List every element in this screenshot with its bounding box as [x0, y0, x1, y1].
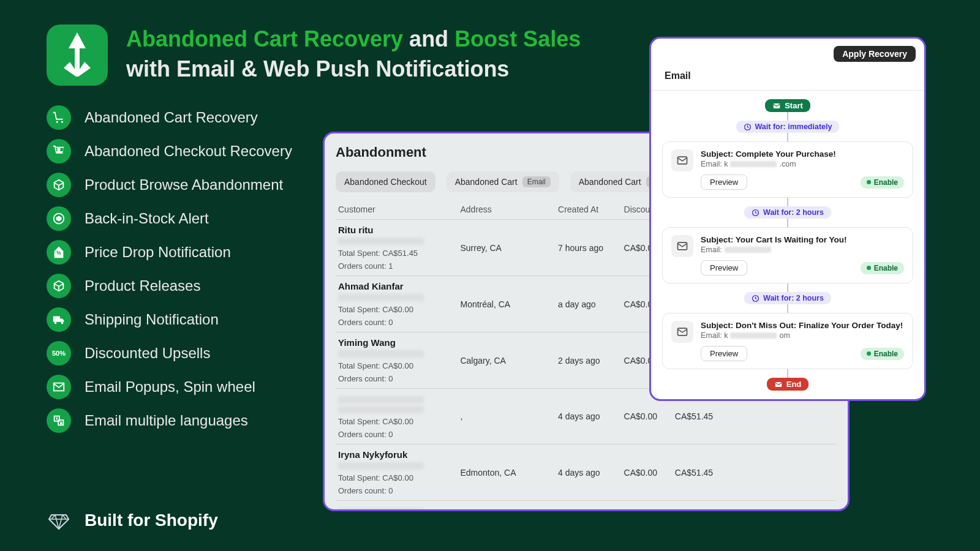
end-pill: End	[767, 378, 809, 391]
feature-label: Discounted Upsells	[85, 345, 210, 362]
discount-badge-icon: 50%	[47, 341, 71, 365]
cart-icon	[47, 105, 71, 130]
col-address: Address	[460, 204, 558, 214]
customer-name: Ahmad Kianfar	[338, 281, 460, 291]
connector	[787, 304, 788, 313]
feature-item: Price Drop Notification	[47, 240, 292, 264]
price-drop-icon	[47, 240, 71, 264]
redacted	[725, 247, 771, 253]
redacted	[338, 406, 424, 413]
cell-address: ,	[460, 411, 558, 421]
wait-pill: Wait for: 2 hours	[744, 292, 831, 304]
headline-part2: Boost Sales	[454, 26, 581, 51]
customer-orders: Orders count: 0	[338, 374, 460, 383]
feature-item: Product Browse Abandonment	[47, 173, 292, 197]
customer-spent: Total Spent: CA$0.00	[338, 473, 460, 482]
redacted	[338, 508, 424, 511]
redacted	[338, 350, 424, 358]
customer-orders: Orders count: 0	[338, 430, 460, 439]
preview-button[interactable]: Preview	[701, 346, 747, 361]
connector	[787, 198, 788, 206]
feature-label: Shipping Notification	[85, 311, 219, 328]
connector	[787, 283, 788, 292]
email-step-card: Subject: Your Cart Is Waiting for You! E…	[662, 227, 913, 283]
email-to: Email: k.com	[701, 160, 904, 168]
cell-created: 7 hours ago	[558, 243, 624, 253]
checkout-icon	[47, 139, 71, 163]
flow-heading: Email	[651, 62, 924, 91]
apply-recovery-button[interactable]: Apply Recovery	[834, 46, 916, 62]
mail-icon	[671, 235, 693, 257]
cell-total: CA$51.45	[675, 468, 731, 478]
feature-item: Product Releases	[47, 274, 292, 298]
email-step-card: Subject: Don't Miss Out: Finalize Your O…	[662, 313, 913, 369]
email-subject: Subject: Your Cart Is Waiting for You!	[701, 235, 904, 244]
feature-label: Abandoned Cart Recovery	[85, 109, 258, 126]
rocket-icon	[58, 32, 97, 78]
customer-orders: Orders count: 0	[338, 486, 460, 495]
cell-created: 4 days ago	[558, 411, 624, 421]
enable-badge: Enable	[861, 176, 904, 189]
feature-label: Back-in-Stock Alert	[85, 210, 209, 227]
cell-discount: CA$0.00	[624, 411, 675, 421]
email-step-card: Subject: Complete Your Purchase! Email: …	[662, 141, 913, 198]
tab-label: Abandoned Cart	[455, 177, 518, 187]
redacted	[730, 161, 777, 167]
app-logo	[47, 24, 108, 86]
cell-discount: CA$0.00	[624, 468, 675, 478]
enable-badge: Enable	[861, 348, 904, 360]
customer-spent: Total Spent: CA$0.00	[338, 361, 460, 370]
feature-item: Abandoned Cart Recovery	[47, 105, 292, 130]
email-to: Email: kom	[701, 331, 904, 340]
connector	[787, 133, 788, 141]
cell-address: Surrey, CA	[460, 243, 558, 253]
email-to: Email:	[701, 246, 904, 254]
redacted	[338, 294, 424, 301]
cell-address: Calgary, CA	[460, 356, 558, 365]
truck-icon	[47, 307, 71, 332]
wait-pill: Wait for: immediately	[736, 121, 840, 133]
tab-abandoned-checkout[interactable]: Abandoned Checkout	[336, 171, 435, 192]
built-for-shopify: Built for Shopify	[47, 508, 218, 533]
redacted	[338, 462, 424, 470]
connector	[787, 369, 788, 378]
cell-created: a day ago	[558, 299, 624, 309]
table-row: Total Spent: CA$0.00Orders count: 0 , 4 …	[336, 500, 837, 511]
preview-button[interactable]: Preview	[701, 174, 747, 190]
customer-spent: Total Spent: CA$0.00	[338, 305, 460, 314]
page-headline: Abandoned Cart Recovery and Boost Sales …	[126, 24, 581, 84]
preview-button[interactable]: Preview	[701, 260, 747, 276]
tab-abandoned-cart-email[interactable]: Abandoned CartEmail	[447, 171, 559, 192]
customer-name: Iryna Nykyforuk	[338, 449, 460, 460]
customer-name: Yiming Wang	[338, 337, 460, 348]
mail-icon	[671, 149, 693, 171]
diamond-icon	[47, 508, 71, 533]
customer-name: Ritu ritu	[338, 225, 460, 235]
headline-and: and	[403, 26, 454, 51]
redacted	[730, 332, 777, 339]
redacted	[338, 396, 424, 403]
wait-pill: Wait for: 2 hours	[744, 206, 831, 219]
feature-item: Back-in-Stock Alert	[47, 206, 292, 231]
col-created: Created At	[558, 204, 624, 214]
cell-address: Montréal, CA	[460, 299, 558, 309]
cell-created: 4 days ago	[558, 468, 624, 478]
email-subject: Subject: Don't Miss Out: Finalize Your O…	[701, 321, 904, 330]
tab-label: Abandoned Checkout	[344, 177, 427, 187]
customer-spent: Total Spent: CA$51.45	[338, 249, 460, 258]
col-customer: Customer	[338, 204, 460, 214]
alert-icon	[47, 206, 71, 231]
feature-item: Shipping Notification	[47, 307, 292, 332]
translate-icon	[47, 408, 71, 433]
feature-label: Price Drop Notification	[85, 244, 231, 261]
feature-item: Email multiple languages	[47, 408, 292, 433]
feature-list: Abandoned Cart Recovery Abandoned Checko…	[47, 105, 292, 433]
enable-badge: Enable	[861, 262, 904, 274]
connector	[787, 112, 788, 121]
headline-part1: Abandoned Cart Recovery	[126, 26, 403, 51]
email-subject: Subject: Complete Your Purchase!	[701, 149, 904, 159]
customer-orders: Orders count: 0	[338, 318, 460, 327]
mail-icon	[671, 321, 693, 343]
customer-orders: Orders count: 1	[338, 261, 460, 271]
feature-label: Product Releases	[85, 277, 200, 294]
